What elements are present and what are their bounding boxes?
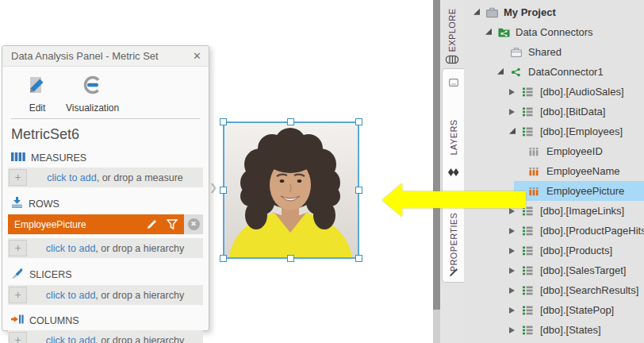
collapse-arrow-icon[interactable] bbox=[473, 8, 480, 14]
tree-item-shared[interactable]: Shared bbox=[464, 42, 644, 62]
expand-arrow-icon[interactable] bbox=[509, 327, 515, 333]
slicers-add-row[interactable]: + click to add, or drop a hierarchy bbox=[8, 285, 203, 305]
visualization-button[interactable]: Visualization bbox=[66, 73, 119, 114]
tree-item-employeename[interactable]: EmployeeName bbox=[464, 161, 644, 181]
slicers-click-to-add-link[interactable]: click to add bbox=[46, 290, 96, 301]
vertical-scrollbar[interactable] bbox=[433, 0, 440, 343]
rows-icon bbox=[11, 197, 23, 210]
selection-handle-nw[interactable] bbox=[220, 118, 227, 125]
tree-item-label: EmployeeName bbox=[546, 161, 620, 181]
collapse-arrow-icon[interactable] bbox=[485, 28, 492, 34]
tree-item-label: [dbo].[ImageLinks] bbox=[540, 201, 624, 221]
layers-diamonds-icon[interactable] bbox=[448, 168, 459, 177]
selection-handle-w[interactable] bbox=[220, 187, 227, 194]
scrollbar-thumb[interactable] bbox=[433, 0, 440, 310]
properties-pencil-icon[interactable] bbox=[449, 268, 458, 277]
columns-click-to-add-link[interactable]: click to add bbox=[46, 335, 96, 343]
employee-picture-pill[interactable]: EmployeePicture bbox=[8, 214, 184, 234]
measures-add-row[interactable]: + click to add, or drop a measure bbox=[8, 168, 203, 187]
dialog-titlebar[interactable]: Data Analysis Panel - Metric Set ✕ bbox=[2, 46, 209, 67]
expand-arrow-icon[interactable] bbox=[509, 287, 515, 294]
dialog-title: Data Analysis Panel - Metric Set bbox=[11, 50, 159, 62]
expand-arrow-icon[interactable] bbox=[509, 248, 515, 254]
plus-icon[interactable]: + bbox=[9, 240, 27, 256]
tree-item-label: [dbo].[ProductPageHits] bbox=[540, 221, 644, 241]
tree-item-dbo-employees[interactable]: [dbo].[Employees] bbox=[464, 121, 644, 141]
plus-icon[interactable]: + bbox=[9, 332, 27, 343]
tree-item-label: [dbo].[States] bbox=[540, 320, 601, 340]
selection-handle-sw[interactable] bbox=[220, 255, 227, 262]
tree-item-dbo-statepop[interactable]: [dbo].[StatePop] bbox=[464, 300, 644, 320]
expand-arrow-icon[interactable] bbox=[509, 228, 515, 234]
tree-item-dbo-states[interactable]: [dbo].[States] bbox=[464, 320, 644, 340]
tab-layers[interactable]: LAYERS bbox=[449, 120, 458, 156]
employee-picture-widget[interactable] bbox=[223, 121, 359, 259]
drag-drop-arrow bbox=[382, 183, 526, 217]
tree-item-dbo-productpagehits[interactable]: [dbo].[ProductPageHits] bbox=[464, 221, 644, 241]
project-briefcase-icon bbox=[486, 7, 498, 17]
edit-pencil-icon bbox=[25, 73, 49, 100]
tree-item-dbo-bitdata[interactable]: [dbo].[BitData] bbox=[464, 102, 644, 121]
metric-set-barrel-icon[interactable] bbox=[446, 56, 459, 64]
plus-icon[interactable]: + bbox=[9, 287, 27, 303]
pill-label: EmployeePicture bbox=[14, 219, 137, 230]
table-icon bbox=[523, 286, 533, 295]
columns-label: COLUMNS bbox=[29, 315, 79, 326]
expand-arrow-icon[interactable] bbox=[509, 268, 515, 274]
selection-handle-se[interactable] bbox=[355, 255, 362, 262]
table-icon bbox=[523, 226, 533, 236]
columns-add-suffix: , or drop a hierarchy bbox=[95, 335, 184, 343]
tab-explore[interactable]: EXPLORE bbox=[447, 9, 457, 52]
tree-item-dbo-audiosales[interactable]: [dbo].[AudioSales] bbox=[464, 82, 644, 102]
toolbar-divider bbox=[11, 118, 200, 119]
plus-icon[interactable]: + bbox=[9, 169, 27, 186]
visualization-button-label: Visualization bbox=[66, 102, 119, 114]
remove-x-icon: ✕ bbox=[188, 218, 200, 230]
table-icon bbox=[523, 246, 533, 256]
selection-handle-ne[interactable] bbox=[355, 118, 362, 125]
panel-edge-chevron-icon[interactable]: ❯ bbox=[209, 182, 217, 193]
measures-label: MEASURES bbox=[31, 152, 86, 164]
collapse-arrow-icon[interactable] bbox=[509, 127, 516, 133]
tab-properties[interactable]: PROPERTIES bbox=[449, 213, 458, 272]
rows-click-to-add-link[interactable]: click to add bbox=[46, 243, 96, 254]
rows-add-suffix: , or drop a hierarchy bbox=[95, 243, 184, 254]
expand-arrow-icon[interactable] bbox=[509, 109, 515, 115]
tree-item-label: [dbo].[AudioSales] bbox=[540, 82, 624, 102]
selection-handle-n[interactable] bbox=[287, 118, 294, 125]
tree-item-label: DataConnector1 bbox=[528, 62, 604, 82]
tree-item-dbo-products[interactable]: [dbo].[Products] bbox=[464, 241, 644, 260]
tree-item-label: [dbo].[BitData] bbox=[540, 102, 605, 121]
remove-hierarchy-button[interactable]: ✕ bbox=[184, 214, 203, 234]
tree-item-label: My Project bbox=[504, 2, 556, 22]
edit-hierarchy-pencil-icon[interactable] bbox=[147, 219, 157, 229]
measures-click-to-add-link[interactable]: click to add bbox=[47, 172, 97, 183]
expand-arrow-icon[interactable] bbox=[509, 89, 515, 95]
tree-item-label: [dbo].[Products] bbox=[540, 241, 612, 260]
tree-item-dataconnector1[interactable]: DataConnector1 bbox=[464, 62, 644, 82]
selection-handle-e[interactable] bbox=[355, 187, 362, 194]
project-tree: My ProjectData ConnectorsSharedDataConne… bbox=[464, 0, 644, 343]
close-icon[interactable]: ✕ bbox=[193, 46, 201, 66]
selection-handle-s[interactable] bbox=[287, 255, 294, 262]
tree-item-employeeid[interactable]: EmployeeID bbox=[464, 141, 644, 161]
rows-add-row[interactable]: + click to add, or drop a hierarchy bbox=[8, 238, 203, 258]
shared-briefcase-icon bbox=[511, 48, 522, 57]
tree-item-dbo-salestarget[interactable]: [dbo].[SalesTarget] bbox=[464, 260, 644, 280]
edit-button[interactable]: Edit bbox=[21, 73, 53, 114]
tree-item-data-connectors[interactable]: Data Connectors bbox=[464, 22, 644, 42]
tree-item-my-project[interactable]: My Project bbox=[464, 2, 644, 22]
expand-arrow-icon[interactable] bbox=[509, 307, 515, 314]
edit-button-label: Edit bbox=[29, 102, 46, 114]
tree-item-label: EmployeePicture bbox=[546, 181, 624, 201]
table-icon bbox=[523, 266, 533, 276]
table-icon bbox=[523, 306, 533, 315]
filter-funnel-icon[interactable] bbox=[167, 219, 178, 229]
slicers-knife-icon bbox=[11, 268, 24, 281]
window-icon[interactable] bbox=[449, 79, 458, 87]
columns-add-row[interactable]: + click to add, or drop a hierarchy bbox=[8, 330, 203, 343]
tree-item-label: Shared bbox=[528, 42, 562, 62]
tree-item-dbo-searchresults[interactable]: [dbo].[SearchResults] bbox=[464, 280, 644, 300]
tree-item-label: [dbo].[Employees] bbox=[540, 121, 623, 141]
collapse-arrow-icon[interactable] bbox=[497, 67, 504, 74]
